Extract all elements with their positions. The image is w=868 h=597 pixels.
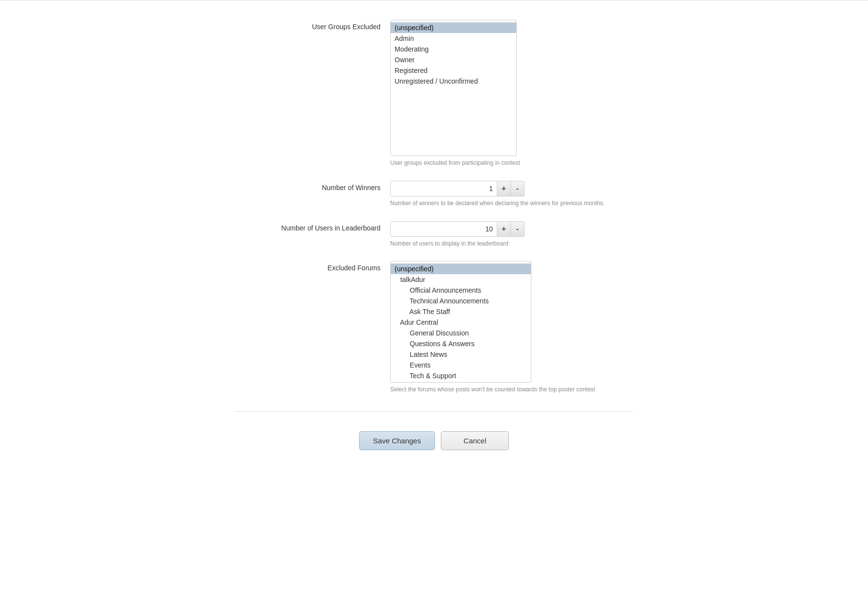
forum-option-latestnews[interactable]: Latest News (391, 349, 531, 360)
leaderboard-plus-btn[interactable]: + (497, 221, 511, 237)
option-unspecified[interactable]: (unspecified) (391, 22, 516, 33)
forum-option-techsupport[interactable]: Tech & Support (391, 370, 531, 381)
button-row: Save Changes Cancel (235, 431, 633, 450)
leaderboard-users-control: + - Number of users to display in the le… (390, 221, 633, 248)
number-of-winners-control: + - Number of winners to be declared whe… (390, 181, 633, 208)
leaderboard-minus-btn[interactable]: - (511, 221, 524, 237)
excluded-forums-row: Excluded Forums (unspecified) talkAdur O… (235, 261, 633, 394)
option-admin[interactable]: Admin (391, 33, 516, 44)
forum-option-events[interactable]: Events (391, 360, 531, 370)
leaderboard-users-label: Number of Users in Leaderboard (235, 221, 390, 232)
save-button[interactable]: Save Changes (359, 431, 435, 450)
option-registered[interactable]: Registered (391, 65, 516, 76)
cancel-button[interactable]: Cancel (441, 431, 509, 450)
excluded-forums-select[interactable]: (unspecified) talkAdur Official Announce… (390, 261, 531, 383)
winners-minus-btn[interactable]: - (511, 181, 524, 196)
forum-option-adurcentral[interactable]: Adur Central (391, 317, 531, 328)
leaderboard-stepper-wrap: + - (390, 221, 633, 237)
user-groups-hint: User groups excluded from participating … (390, 159, 633, 167)
leaderboard-input[interactable] (390, 221, 497, 237)
number-of-winners-label: Number of Winners (235, 181, 390, 192)
user-groups-excluded-control: (unspecified) Admin Moderating Owner Reg… (390, 20, 633, 167)
option-owner[interactable]: Owner (391, 54, 516, 65)
number-of-winners-row: Number of Winners + - Number of winners … (235, 181, 633, 208)
forum-option-technical[interactable]: Technical Announcements (391, 296, 531, 306)
winners-hint: Number of winners to be declared when de… (390, 199, 633, 208)
user-groups-excluded-label: User Groups Excluded (235, 20, 390, 31)
forum-option-general[interactable]: General Discussion (391, 328, 531, 338)
leaderboard-hint: Number of users to display in the leader… (390, 240, 633, 248)
winners-plus-btn[interactable]: + (497, 181, 511, 196)
option-moderating[interactable]: Moderating (391, 44, 516, 54)
forum-option-qa[interactable]: Questions & Answers (391, 338, 531, 349)
excluded-forums-hint: Select the forums whose posts won't be c… (390, 386, 633, 394)
forum-option-talkadur[interactable]: talkAdur (391, 274, 531, 285)
forum-option-unspecified[interactable]: (unspecified) (391, 263, 531, 274)
user-groups-excluded-select[interactable]: (unspecified) Admin Moderating Owner Reg… (390, 20, 517, 156)
forum-option-askstaff[interactable]: Ask The Staff (391, 306, 531, 317)
option-unregistered[interactable]: Unregistered / Unconfirmed (391, 76, 516, 87)
winners-stepper-wrap: + - (390, 181, 633, 196)
form-divider (235, 411, 633, 412)
excluded-forums-label: Excluded Forums (235, 261, 390, 272)
excluded-forums-control: (unspecified) talkAdur Official Announce… (390, 261, 633, 394)
forum-option-official[interactable]: Official Announcements (391, 285, 531, 296)
winners-input[interactable] (390, 181, 497, 196)
user-groups-excluded-row: User Groups Excluded (unspecified) Admin… (235, 20, 633, 167)
leaderboard-users-row: Number of Users in Leaderboard + - Numbe… (235, 221, 633, 248)
